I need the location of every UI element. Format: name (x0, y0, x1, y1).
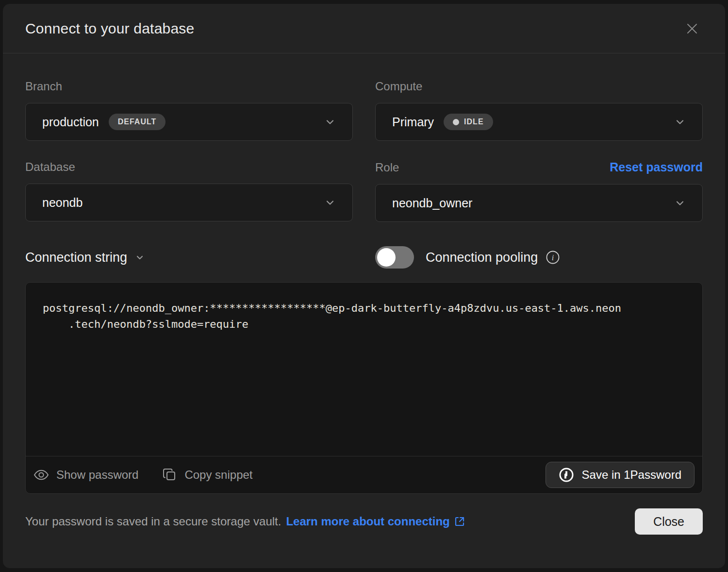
close-button[interactable] (681, 18, 703, 39)
compute-label: Compute (375, 80, 422, 93)
chevron-down-icon (324, 197, 336, 208)
connect-database-modal: Connect to your database Branch producti… (3, 4, 725, 568)
connection-pooling-label: Connection pooling (426, 250, 538, 265)
status-dot-icon (453, 119, 459, 125)
close-icon (684, 21, 700, 36)
save-in-1password-button[interactable]: Save in 1Password (546, 462, 695, 488)
svg-text:i: i (552, 253, 554, 262)
role-label: Role (375, 161, 399, 174)
connection-pooling-toggle[interactable] (375, 246, 414, 269)
show-password-button[interactable]: Show password (33, 466, 138, 484)
1password-icon (559, 467, 574, 483)
branch-label: Branch (25, 80, 62, 93)
database-field-group: Database neondb (25, 160, 353, 222)
connection-pooling-row: Connection pooling i (375, 246, 703, 269)
database-label: Database (25, 160, 75, 174)
chevron-down-icon (674, 197, 686, 209)
copy-snippet-button[interactable]: Copy snippet (162, 467, 252, 483)
default-badge: DEFAULT (109, 114, 166, 130)
compute-value: Primary (392, 115, 434, 129)
idle-badge-label: IDLE (464, 118, 483, 126)
chevron-down-icon (324, 116, 336, 128)
database-value: neondb (42, 196, 83, 210)
modal-footer: Your password is saved in a secure stora… (25, 508, 703, 535)
connection-string-label: Connection string (25, 250, 127, 265)
connection-string-actions: Show password Copy snippet (26, 456, 702, 493)
branch-select[interactable]: production DEFAULT (25, 103, 353, 141)
branch-value: production (42, 115, 99, 129)
chevron-down-icon (674, 116, 686, 128)
branch-field-group: Branch production DEFAULT (25, 80, 353, 141)
idle-badge: IDLE (444, 114, 493, 130)
chevron-down-icon (135, 252, 145, 262)
modal-title: Connect to your database (25, 20, 194, 37)
eye-icon (33, 466, 50, 484)
learn-more-link[interactable]: Learn more about connecting (286, 515, 465, 528)
role-value: neondb_owner (392, 196, 472, 210)
external-link-icon (454, 516, 465, 527)
modal-header: Connect to your database (3, 4, 725, 53)
modal-body: Branch production DEFAULT Compute (3, 53, 725, 568)
info-icon[interactable]: i (546, 250, 560, 265)
role-field-group: Role Reset password neondb_owner (375, 160, 703, 222)
show-password-label: Show password (56, 468, 138, 482)
compute-select[interactable]: Primary IDLE (375, 103, 703, 141)
save-in-1password-label: Save in 1Password (582, 468, 681, 482)
connection-string-panel: postgresql://neondb_owner:**************… (25, 282, 703, 494)
role-select[interactable]: neondb_owner (375, 184, 703, 222)
copy-icon (162, 467, 178, 483)
close-modal-button[interactable]: Close (635, 508, 703, 535)
learn-more-label: Learn more about connecting (286, 515, 449, 528)
compute-field-group: Compute Primary IDLE (375, 80, 703, 141)
copy-snippet-label: Copy snippet (184, 468, 252, 482)
connection-string-value[interactable]: postgresql://neondb_owner:**************… (26, 283, 702, 456)
connection-string-dropdown[interactable]: Connection string (25, 250, 353, 265)
database-select[interactable]: neondb (25, 184, 353, 221)
password-vault-note: Your password is saved in a secure stora… (25, 515, 465, 528)
reset-password-link[interactable]: Reset password (610, 160, 703, 174)
toggle-knob (377, 248, 396, 267)
